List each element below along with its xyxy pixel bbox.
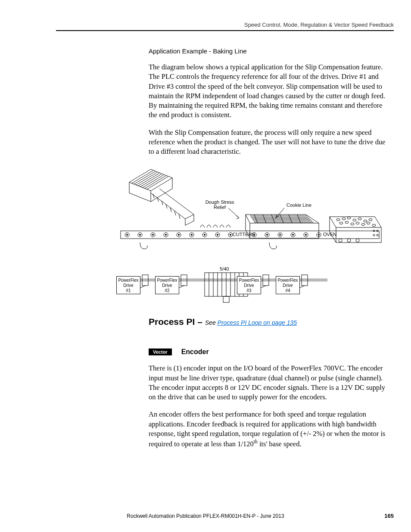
svg-point-82 (356, 239, 359, 242)
svg-line-14 (179, 215, 180, 219)
page-number: 165 (384, 513, 394, 519)
svg-point-41 (267, 234, 268, 236)
svg-rect-90 (181, 275, 187, 286)
svg-point-71 (364, 220, 367, 222)
svg-point-33 (153, 234, 154, 236)
encoder-title: Encoder (181, 348, 209, 356)
para-1: The diagram below shows a typical applic… (149, 62, 392, 120)
svg-line-9 (157, 197, 159, 202)
svg-point-72 (369, 219, 372, 221)
label-cutters: CUTTERS (233, 232, 255, 237)
svg-point-34 (165, 234, 167, 236)
see-text: See Process PI Loop on page 135 (205, 319, 297, 326)
label-cookie-line: Cookie Line (286, 202, 311, 208)
svg-point-69 (353, 219, 356, 221)
running-header: Speed Control, Mode, Regulation & Vector… (244, 22, 394, 28)
svg-point-86 (377, 234, 378, 236)
svg-point-36 (191, 234, 193, 236)
svg-point-79 (372, 224, 376, 227)
drive-box-4: PowerFlex Drive#4 (276, 276, 300, 294)
baking-line-diagram: Dough Stress Relief Cookie Line CUTTERS … (116, 167, 383, 305)
svg-point-73 (339, 222, 343, 224)
svg-point-43 (293, 234, 294, 236)
svg-line-63 (330, 217, 336, 227)
svg-point-70 (358, 218, 361, 220)
svg-point-39 (230, 234, 231, 236)
svg-rect-89 (142, 275, 148, 286)
svg-line-47 (276, 208, 284, 218)
process-pi-heading: Process PI – See Process PI Loop on page… (149, 317, 392, 327)
svg-point-85 (373, 234, 375, 236)
header-rule (56, 30, 394, 31)
svg-point-78 (367, 222, 370, 224)
process-pi-link[interactable]: Process PI Loop on page 135 (218, 319, 297, 326)
drive-box-2: PowerFlex Drive#2 (155, 276, 179, 294)
svg-point-75 (351, 223, 354, 225)
svg-point-66 (336, 219, 340, 221)
svg-point-35 (178, 234, 180, 236)
label-ratio: 5/40 (220, 266, 229, 271)
svg-line-8 (153, 194, 154, 198)
svg-point-31 (127, 234, 128, 236)
svg-point-76 (356, 222, 359, 224)
svg-point-77 (361, 224, 365, 226)
encoder-para-2: An encoder offers the best performance f… (149, 410, 392, 449)
svg-point-68 (347, 217, 351, 219)
encoder-para-1: There is (1) encoder input on the I/O bo… (149, 364, 392, 402)
svg-point-74 (345, 221, 349, 224)
svg-line-48 (246, 215, 250, 223)
svg-point-38 (217, 234, 218, 236)
svg-rect-92 (302, 275, 308, 286)
lower-content: Process PI – See Process PI Loop on page… (149, 317, 392, 457)
svg-rect-107 (223, 296, 229, 302)
process-pi-title: Process PI (149, 317, 195, 327)
vector-badge: Vector (149, 348, 172, 355)
svg-point-67 (342, 218, 346, 220)
label-oven: OVEN (323, 232, 336, 237)
para-2: With the Slip Compensation feature, the … (149, 128, 392, 157)
drive-box-1: PowerFlex Drive#1 (116, 276, 140, 294)
svg-rect-91 (263, 275, 269, 286)
svg-point-42 (280, 234, 281, 236)
svg-point-81 (347, 239, 351, 242)
svg-point-44 (305, 234, 307, 236)
svg-point-80 (339, 239, 342, 242)
label-dough-stress: Dough Stress Relief (200, 199, 239, 210)
main-content: Application Example - Baking Line The di… (149, 47, 392, 164)
footer-publication: Rockwell Automation Publication PFLEX-RM… (0, 513, 411, 519)
vector-encoder-row: Vector Encoder (149, 348, 392, 356)
svg-point-37 (204, 234, 206, 236)
drive-box-3: PowerFlex Drive#3 (237, 276, 261, 294)
svg-point-32 (140, 234, 141, 236)
app-example-heading: Application Example - Baking Line (149, 47, 392, 55)
